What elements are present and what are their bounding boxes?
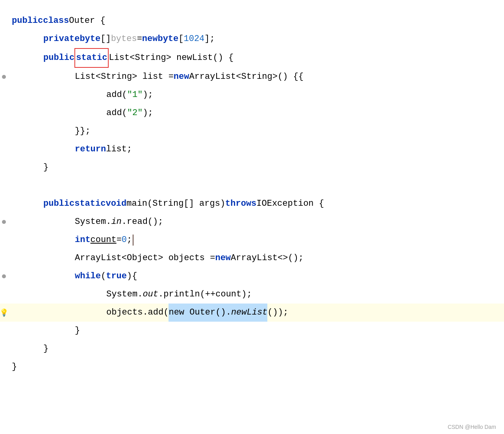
line-3: public static List<String> newList() { bbox=[0, 48, 504, 68]
token-plain: list; bbox=[106, 140, 132, 158]
token-plain: ); bbox=[143, 104, 153, 122]
token-kw: public bbox=[12, 12, 43, 30]
line-9: } bbox=[0, 158, 504, 177]
code-content-line-14: while (true){ bbox=[8, 267, 137, 285]
token-plain: List<String> list = bbox=[75, 68, 174, 86]
token-kw: byte bbox=[158, 30, 178, 48]
token-plain: add( bbox=[106, 104, 127, 122]
token-kw: new bbox=[215, 249, 231, 267]
gutter-line-6 bbox=[0, 104, 8, 122]
token-plain: = bbox=[117, 231, 122, 249]
gutter-line-3 bbox=[0, 48, 8, 68]
code-content-line-16: objects.add(new Outer().newList()); bbox=[8, 304, 288, 322]
gutter-line-4 bbox=[0, 68, 8, 86]
token-kw: private bbox=[43, 30, 80, 48]
token-underline: count bbox=[91, 231, 117, 249]
token-kw: new bbox=[142, 30, 158, 48]
gutter-line-10 bbox=[0, 195, 8, 213]
gutter-line-19 bbox=[0, 358, 8, 376]
gutter-dot bbox=[2, 220, 6, 224]
token-plain: System. bbox=[106, 285, 143, 304]
code-content-line-18: } bbox=[8, 340, 48, 358]
gutter-dot bbox=[2, 75, 6, 79]
code-content-line-17: } bbox=[8, 322, 80, 340]
code-content-line-1: public class Outer { bbox=[8, 12, 106, 30]
token-kw: true bbox=[106, 267, 127, 285]
line-1: public class Outer { bbox=[0, 12, 504, 30]
token-kw: throws bbox=[225, 195, 256, 213]
code-content-line-8: return list; bbox=[8, 140, 132, 158]
token-plain: ()); bbox=[267, 304, 288, 322]
gutter-line-17 bbox=[0, 322, 8, 340]
line-19: } bbox=[0, 358, 504, 376]
token-plain: .println(++count); bbox=[158, 285, 252, 304]
token-italic: out bbox=[143, 285, 158, 304]
line-14: while (true){ bbox=[0, 267, 504, 285]
gutter-line-8 bbox=[0, 140, 8, 158]
token-plain: ArrayList<>(); bbox=[231, 249, 304, 267]
token-kw-box: static bbox=[74, 48, 109, 68]
gutter-line-14 bbox=[0, 267, 8, 285]
token-kw: int bbox=[75, 231, 91, 249]
gutter-line-9 bbox=[0, 158, 8, 177]
token-plain: = bbox=[137, 30, 142, 48]
token-plain: ); bbox=[143, 86, 153, 104]
token-kw: byte bbox=[80, 30, 100, 48]
token-kw: void bbox=[106, 195, 126, 213]
code-content-line-4: List<String> list = new ArrayList<String… bbox=[8, 68, 304, 86]
token-plain: [ bbox=[178, 30, 183, 48]
line-17: } bbox=[0, 322, 504, 340]
token-plain: .read(); bbox=[122, 213, 163, 231]
text-cursor bbox=[133, 235, 133, 246]
gutter-line-11 bbox=[0, 213, 8, 231]
code-editor: public class Outer {private byte[] bytes… bbox=[0, 0, 504, 388]
token-kw: public bbox=[43, 195, 74, 213]
token-number: 1024 bbox=[183, 30, 204, 48]
token-plain: } bbox=[75, 322, 80, 340]
token-plain: ArrayList<Object> objects = bbox=[75, 249, 215, 267]
token-plain: ){ bbox=[127, 267, 137, 285]
token-kw: static bbox=[74, 195, 106, 213]
token-plain: IOException { bbox=[256, 195, 324, 213]
gutter-line-12 bbox=[0, 231, 8, 249]
token-highlight-blue: new Outer(). bbox=[169, 304, 231, 322]
line-12: int count = 0; bbox=[0, 231, 504, 249]
token-plain: ]; bbox=[204, 30, 215, 48]
gutter-dot bbox=[2, 274, 6, 278]
line-6: add("2"); bbox=[0, 104, 504, 122]
code-content-line-7: }}; bbox=[8, 122, 91, 140]
code-content-line-11: System.in.read(); bbox=[8, 213, 163, 231]
line-13: ArrayList<Object> objects = new ArrayLis… bbox=[0, 249, 504, 267]
line-blank-1 bbox=[0, 177, 504, 195]
line-18: } bbox=[0, 340, 504, 358]
token-plain: ArrayList<String>() {{ bbox=[189, 68, 303, 86]
token-string: "2" bbox=[127, 104, 143, 122]
token-plain: }}; bbox=[75, 122, 91, 140]
line-5: add("1"); bbox=[0, 86, 504, 104]
token-italic: in bbox=[111, 213, 121, 231]
gutter-line-1 bbox=[0, 12, 8, 30]
gutter-line-7 bbox=[0, 122, 8, 140]
token-plain: List<String> newList() { bbox=[109, 49, 233, 67]
code-content-line-9: } bbox=[8, 158, 48, 177]
line-2: private byte[] bytes = new byte[1024]; bbox=[0, 30, 504, 48]
token-plain: System. bbox=[75, 213, 111, 231]
code-content-line-13: ArrayList<Object> objects = new ArrayLis… bbox=[8, 249, 304, 267]
token-kw: return bbox=[75, 140, 106, 158]
token-string: "1" bbox=[127, 86, 143, 104]
bulb-icon: 💡 bbox=[0, 308, 8, 317]
gutter-line-2 bbox=[0, 30, 8, 48]
watermark: CSDN @Hello Dam bbox=[448, 424, 496, 430]
token-number: 0 bbox=[122, 231, 127, 249]
token-plain: [] bbox=[100, 30, 111, 48]
gutter-line-blank-1 bbox=[0, 177, 8, 195]
token-kw: while bbox=[75, 267, 101, 285]
token-plain: } bbox=[43, 340, 48, 358]
line-10: public static void main(String[] args) t… bbox=[0, 195, 504, 213]
code-content-line-3: public static List<String> newList() { bbox=[8, 48, 233, 68]
token-plain: main(String[] args) bbox=[126, 195, 225, 213]
token-plain: ; bbox=[127, 231, 132, 249]
token-var-gray: bytes bbox=[111, 30, 137, 48]
gutter-line-18 bbox=[0, 340, 8, 358]
line-16: 💡objects.add(new Outer().newList()); bbox=[0, 304, 504, 322]
